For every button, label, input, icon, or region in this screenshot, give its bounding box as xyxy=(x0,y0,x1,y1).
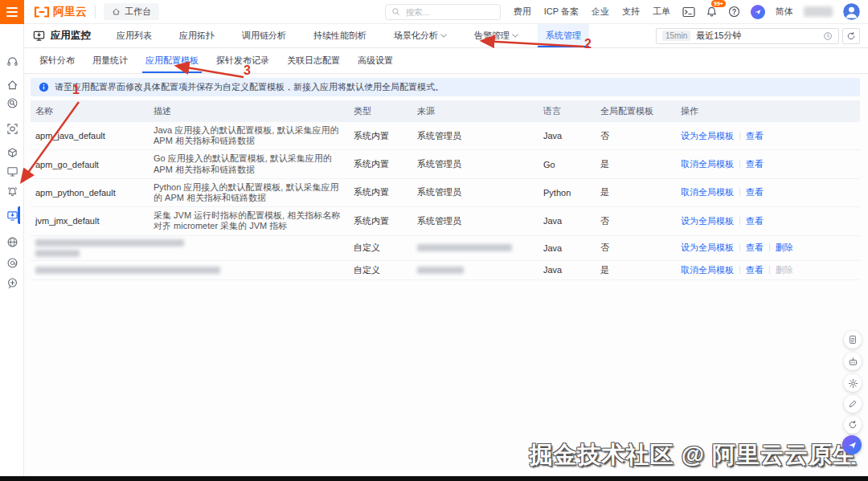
refresh-button[interactable] xyxy=(842,28,860,44)
set-global-template-link[interactable]: 设为全局模板 xyxy=(681,131,734,141)
time-range-select[interactable]: 15min 最近15分钟 xyxy=(656,28,839,44)
cell-language: Go xyxy=(543,150,600,178)
sidebar-item-alerts[interactable] xyxy=(4,183,20,199)
workspace-link[interactable]: 工作台 xyxy=(104,3,159,20)
menu-icp[interactable]: ICP 备案 xyxy=(544,6,579,18)
chevron-down-icon xyxy=(440,34,447,38)
sidebar-item-domains[interactable] xyxy=(4,255,20,271)
col-language: 语言 xyxy=(543,100,600,122)
docs-button[interactable] xyxy=(844,331,862,349)
cell-language: Java xyxy=(543,235,600,260)
cell-type: 系统内置 xyxy=(354,178,417,206)
view-link[interactable]: 查看 xyxy=(746,265,764,275)
sidebar-item-network[interactable] xyxy=(4,234,20,250)
tab-alert-management[interactable]: 告警管理 xyxy=(466,24,526,47)
sidebar-item-resources[interactable] xyxy=(4,120,20,137)
view-link[interactable]: 查看 xyxy=(746,131,764,141)
product-title-group: 应用监控 xyxy=(32,29,91,43)
notifications-bell-icon[interactable]: 99+ xyxy=(706,6,718,18)
cancel-global-template-link[interactable]: 取消全局模板 xyxy=(681,159,734,169)
feedback-button[interactable] xyxy=(844,395,862,413)
subtab-usage-statistics[interactable]: 用量统计 xyxy=(89,48,131,73)
subtab-probe-release-record[interactable]: 探针发布记录 xyxy=(213,48,272,73)
cell-global: 否 xyxy=(600,122,681,150)
history-button[interactable] xyxy=(844,416,862,434)
view-link[interactable]: 查看 xyxy=(746,159,764,169)
alarm-bell-icon xyxy=(6,185,18,198)
cloud-native-plane-icon[interactable] xyxy=(751,5,765,19)
view-link[interactable]: 查看 xyxy=(746,187,764,197)
cancel-global-template-link[interactable]: 取消全局模板 xyxy=(681,187,734,197)
cloud-native-plane-button[interactable] xyxy=(842,435,862,455)
banner-text: 请至应用配置界面修改具体配置项并保存为自定义配置模板，新接入应用将默认使用全局配… xyxy=(55,81,444,93)
cell-type: 系统内置 xyxy=(354,122,417,150)
redacted-text xyxy=(35,267,220,274)
sidebar-item-feedback[interactable] xyxy=(4,275,20,291)
cell-name-redacted xyxy=(31,235,154,260)
tab-app-topology[interactable]: 应用拓扑 xyxy=(171,24,223,47)
cell-source: 系统管理员 xyxy=(417,178,543,206)
cell-global: 否 xyxy=(600,207,681,235)
redacted-text xyxy=(417,244,512,251)
set-global-template-link[interactable]: 设为全局模板 xyxy=(681,243,734,252)
search-input[interactable] xyxy=(404,6,494,18)
cell-name: apm_python_default xyxy=(31,178,154,206)
settings-button[interactable] xyxy=(844,374,862,392)
set-global-template-link[interactable]: 设为全局模板 xyxy=(681,216,734,226)
tab-app-list[interactable]: 应用列表 xyxy=(108,24,160,47)
subtab-app-config-template[interactable]: 应用配置模板 xyxy=(142,48,202,73)
delete-link[interactable]: 删除 xyxy=(776,243,793,252)
cell-name-redacted xyxy=(31,260,154,279)
cancel-global-template-link[interactable]: 取消全局模板 xyxy=(681,265,734,275)
left-sidebar xyxy=(0,24,24,476)
main-area: 应用监控 应用列表 应用拓扑 调用链分析 持续性能剖析 场景化分析 告警管理 系… xyxy=(24,24,868,476)
tab-scenario-analysis[interactable]: 场景化分析 xyxy=(386,24,455,47)
terminal-icon[interactable] xyxy=(682,6,695,18)
cube-icon xyxy=(6,147,18,159)
sidebar-item-app-monitoring-active[interactable] xyxy=(4,207,20,223)
view-link[interactable]: 查看 xyxy=(746,243,764,252)
divider xyxy=(739,217,740,225)
delete-link-disabled[interactable]: 删除 xyxy=(776,265,793,275)
table-row: 自定义 Java 否 设为全局模板查看删除 xyxy=(31,235,860,260)
menu-support[interactable]: 支持 xyxy=(622,6,640,18)
sidebar-item-discover[interactable] xyxy=(4,95,20,111)
col-name: 名称 xyxy=(31,100,154,122)
subtab-probe-distribution[interactable]: 探针分布 xyxy=(36,48,78,73)
help-icon[interactable] xyxy=(728,6,740,18)
subtab-log-association-config[interactable]: 关联日志配置 xyxy=(284,48,343,73)
headset-icon xyxy=(6,55,18,67)
sidebar-item-support[interactable] xyxy=(4,53,20,69)
menu-billing[interactable]: 费用 xyxy=(514,6,531,18)
pencil-icon xyxy=(848,399,858,409)
assistant-button[interactable] xyxy=(844,353,862,370)
sidebar-item-products[interactable] xyxy=(4,145,20,161)
view-link[interactable]: 查看 xyxy=(746,216,764,226)
language-switch[interactable]: 简体 xyxy=(776,6,793,18)
rail-collapse-chevron-icon[interactable] xyxy=(847,459,853,467)
aliyun-console-page: 阿里云 工作台 费用 ICP 备案 企业 支持 工单 xyxy=(0,0,868,481)
menu-tickets[interactable]: 工单 xyxy=(653,6,670,18)
active-indicator xyxy=(18,206,20,224)
global-search[interactable] xyxy=(385,4,501,20)
cell-global: 是 xyxy=(600,150,681,178)
top-menu: 费用 ICP 备案 企业 支持 工单 xyxy=(514,6,670,18)
tab-trace-analysis[interactable]: 调用链分析 xyxy=(234,24,294,47)
subtab-advanced-settings[interactable]: 高级设置 xyxy=(354,48,396,73)
table-row: apm_java_default Java 应用接入的默认配置模板, 默认采集应… xyxy=(31,122,860,150)
sidebar-item-console[interactable] xyxy=(4,163,20,179)
scan-cube-icon xyxy=(6,123,18,135)
col-type: 类型 xyxy=(354,100,417,122)
global-menu-button[interactable] xyxy=(0,0,24,24)
aliyun-logo[interactable]: 阿里云 xyxy=(34,5,87,19)
product-nav-bar: 应用监控 应用列表 应用拓扑 调用链分析 持续性能剖析 场景化分析 告警管理 系… xyxy=(24,24,868,48)
app-monitor-icon xyxy=(6,210,18,222)
menu-enterprise[interactable]: 企业 xyxy=(592,6,609,18)
tab-continuous-profiling[interactable]: 持续性能剖析 xyxy=(305,24,375,47)
avatar[interactable] xyxy=(843,3,860,20)
document-icon xyxy=(848,335,858,344)
sidebar-item-home[interactable] xyxy=(4,76,20,92)
cell-source-redacted xyxy=(417,260,543,279)
tab-system-management[interactable]: 系统管理 xyxy=(538,24,589,47)
divider xyxy=(95,6,96,18)
